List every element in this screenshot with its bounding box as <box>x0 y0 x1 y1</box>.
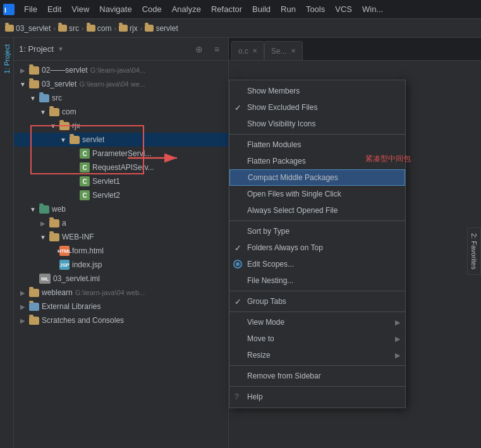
tree-toggle[interactable]: ▼ <box>29 94 37 102</box>
tree-label: 03_servlet.iml <box>53 274 100 283</box>
tree-item-iml[interactable]: IML 03_servlet.iml <box>14 272 228 286</box>
menu-item-resize[interactable]: Resize ▶ <box>229 347 405 363</box>
breadcrumb-item-com[interactable]: com <box>87 24 112 33</box>
menu-item-open-single-click[interactable]: Open Files with Single Click <box>229 186 405 202</box>
collapse-all-icon[interactable]: ≡ <box>210 43 223 56</box>
tree-label: weblearn <box>42 288 73 297</box>
folder-icon <box>49 233 59 241</box>
breadcrumb-item-project[interactable]: 03_servlet <box>5 24 51 33</box>
favorites-tab[interactable]: 2: Favorites <box>467 227 481 275</box>
tree-item-web-inf[interactable]: ▼ WEB-INF <box>14 230 228 244</box>
tree-toggle[interactable]: ▶ <box>19 317 27 324</box>
tree-item-servlet2[interactable]: C Servlet2 <box>14 188 228 202</box>
tree-toggle[interactable]: ▶ <box>39 219 47 227</box>
menu-item-folders-top[interactable]: ✓ Folders Always on Top <box>229 239 405 256</box>
menu-item-label: Compact Middle Packages <box>248 173 338 182</box>
breadcrumb-sep: › <box>114 25 116 32</box>
breadcrumb-item-rjx[interactable]: rjx <box>119 24 138 33</box>
menu-analyze[interactable]: Analyze <box>167 3 206 16</box>
tree-toggle[interactable]: ▼ <box>49 122 57 130</box>
tree-toggle[interactable]: ▼ <box>19 80 27 88</box>
tree-toggle[interactable]: ▶ <box>19 66 27 74</box>
editor-tab-1[interactable]: Se... ✕ <box>264 41 303 60</box>
menu-item-help[interactable]: ? Help <box>229 389 405 405</box>
tree-label: 03_servlet <box>42 80 76 88</box>
menu-item-move-to[interactable]: Move to ▶ <box>229 330 405 347</box>
breadcrumb-item-servlet[interactable]: servlet <box>145 24 178 33</box>
tab-close-icon[interactable]: ✕ <box>252 47 257 54</box>
folder-icon <box>5 25 14 32</box>
folder-icon <box>29 80 39 88</box>
menu-refactor[interactable]: Refactor <box>206 3 247 16</box>
menu-window[interactable]: Win... <box>357 3 388 16</box>
menu-item-remove-sidebar[interactable]: Remove from Sidebar <box>229 368 405 384</box>
menu-build[interactable]: Build <box>247 3 276 16</box>
menu-item-always-select[interactable]: Always Select Opened File <box>229 202 405 219</box>
project-tree[interactable]: ▶ 02——servlet G:\learn-java\04... ▼ 03_s… <box>14 61 228 448</box>
menu-view[interactable]: View <box>66 3 94 16</box>
tree-item-03-servlet[interactable]: ▼ 03_servlet G:\learn-java\04 we... <box>14 77 228 91</box>
folder-icon <box>59 122 70 130</box>
menu-item-label: File Nesting... <box>247 276 293 285</box>
menu-item-label: Remove from Sidebar <box>247 372 321 380</box>
menu-item-label: Flatten Modules <box>247 140 301 149</box>
main-area: 1: Project 1: Project ▼ ⊕ ≡ ▶ 02——servle… <box>0 38 481 448</box>
menu-navigate[interactable]: Navigate <box>94 3 137 16</box>
menu-tools[interactable]: Tools <box>301 3 330 16</box>
tree-item-rjx[interactable]: ▼ rjx <box>14 119 228 133</box>
tree-toggle[interactable]: ▼ <box>59 136 67 143</box>
tree-item-web[interactable]: ▼ web <box>14 202 228 216</box>
tree-toggle[interactable]: ▶ <box>19 289 27 296</box>
project-tab-label[interactable]: 1: Project <box>2 40 12 77</box>
menu-file[interactable]: File <box>19 3 42 16</box>
tree-toggle-spacer <box>70 164 77 171</box>
panel-dropdown-arrow[interactable]: ▼ <box>58 45 64 52</box>
tree-label: ParameterServl... <box>92 149 151 158</box>
menu-item-file-nesting[interactable]: File Nesting... <box>229 272 405 289</box>
tree-toggle[interactable]: ▼ <box>39 233 47 241</box>
menu-item-label: Folders Always on Top <box>247 243 323 252</box>
menu-item-group-tabs[interactable]: ✓ Group Tabs <box>229 293 405 310</box>
tree-item-servlet1[interactable]: C Servlet1 <box>14 174 228 188</box>
menu-item-edit-scopes[interactable]: Edit Scopes... <box>229 256 405 272</box>
add-content-root-icon[interactable]: ⊕ <box>193 43 205 56</box>
menu-item-sort-type[interactable]: Sort by Type <box>229 223 405 239</box>
tree-label: form.html <box>72 246 104 255</box>
tree-item-external-libraries[interactable]: ▶ External Libraries <box>14 300 228 313</box>
tree-label: RequestAPIServ... <box>92 163 154 172</box>
side-tab-project[interactable]: 1: Project <box>0 38 14 448</box>
menu-run[interactable]: Run <box>276 3 301 16</box>
menu-edit[interactable]: Edit <box>42 3 66 16</box>
tab-close-icon[interactable]: ✕ <box>291 47 296 54</box>
tab-label: o.c <box>238 47 248 56</box>
tree-item-com[interactable]: ▼ com <box>14 105 228 119</box>
tree-item-src[interactable]: ▼ src <box>14 91 228 105</box>
tree-label: index.jsp <box>72 260 102 269</box>
menu-item-label: Group Tabs <box>247 297 286 306</box>
tree-item-request-api-servlet[interactable]: C RequestAPIServ... <box>14 160 228 174</box>
tree-item-parameter-servlet[interactable]: C ParameterServl... <box>14 147 228 160</box>
menu-code[interactable]: Code <box>137 3 167 16</box>
menu-vcs[interactable]: VCS <box>330 3 357 16</box>
tree-toggle[interactable]: ▼ <box>39 108 47 116</box>
tree-item-servlet[interactable]: ▼ servlet <box>14 133 228 147</box>
breadcrumb-item-src[interactable]: src <box>58 24 79 33</box>
tree-item-scratches[interactable]: ▶ Scratches and Consoles <box>14 313 228 327</box>
menu-item-show-members[interactable]: Show Members <box>229 83 405 99</box>
menu-item-show-visibility[interactable]: Show Visibility Icons <box>229 116 405 132</box>
context-menu: Show Members ✓ Show Excluded Files Show … <box>229 80 406 408</box>
menu-item-compact-middle[interactable]: Compact Middle Packages <box>229 169 405 186</box>
tree-toggle[interactable]: ▼ <box>29 205 37 213</box>
tree-item-weblearn[interactable]: ▶ weblearn G:\learn-java\04 web... <box>14 286 228 300</box>
tree-path-hint: G:\learn-java\04... <box>90 66 145 74</box>
menu-item-view-mode[interactable]: View Mode ▶ <box>229 314 405 330</box>
tree-item-index-jsp[interactable]: JSP index.jsp <box>14 258 228 272</box>
java-class-icon: C <box>80 148 90 159</box>
tree-toggle[interactable]: ▶ <box>19 303 27 310</box>
tree-item-form-html[interactable]: HTML form.html <box>14 244 228 258</box>
tree-item-a[interactable]: ▶ a <box>14 216 228 230</box>
menu-item-show-excluded[interactable]: ✓ Show Excluded Files <box>229 99 405 116</box>
menu-item-flatten-modules[interactable]: Flatten Modules <box>229 136 405 153</box>
tree-item-02-servlet[interactable]: ▶ 02——servlet G:\learn-java\04... <box>14 63 228 77</box>
editor-tab-0[interactable]: o.c ✕ <box>231 41 264 60</box>
